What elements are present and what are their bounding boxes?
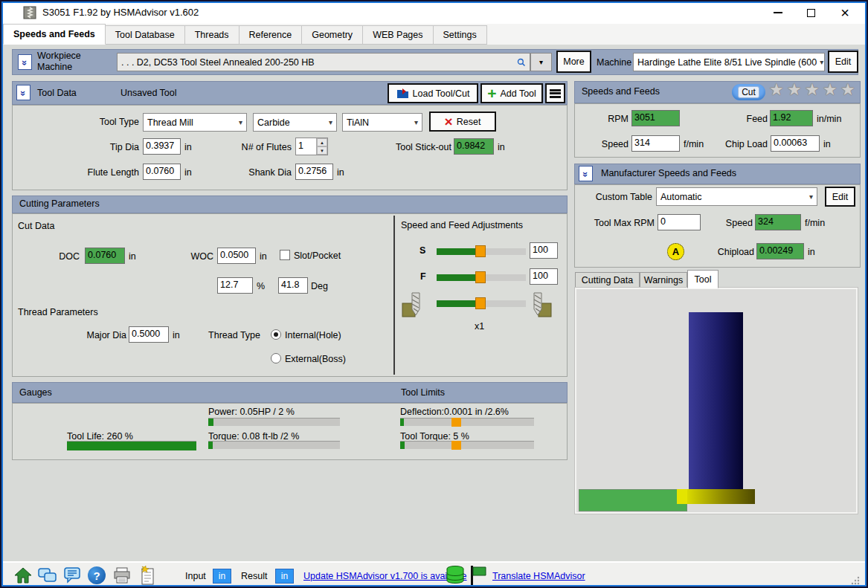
automatic-indicator[interactable]: A <box>667 243 684 260</box>
tool-shank-graphic <box>689 312 743 489</box>
rating-star-icon[interactable]: ★ <box>787 80 802 100</box>
home-icon[interactable] <box>14 566 32 584</box>
tab-warnings[interactable]: Warnings <box>640 272 687 288</box>
internal-hole-radio[interactable] <box>271 329 281 340</box>
database-icon[interactable] <box>445 565 466 586</box>
tool-type-combo[interactable]: Thread Mill▾ <box>143 113 247 132</box>
tab-threads[interactable]: Threads <box>185 25 239 45</box>
cut-data-label: Cut Data <box>18 221 54 231</box>
external-boss-radio[interactable] <box>271 353 281 364</box>
shank-dia-field[interactable]: 0.2756 <box>295 164 333 180</box>
collapse-workpiece-button[interactable]: » <box>18 54 32 70</box>
tab-tool[interactable]: Tool <box>687 270 718 288</box>
chevron-down-icon: ▾ <box>806 193 813 201</box>
rating-star-icon[interactable]: ★ <box>840 80 855 100</box>
collapse-manufacturer-button[interactable]: » <box>579 166 593 181</box>
manufacturer-title: Manufacturer Speeds and Feeds <box>601 168 736 178</box>
cutting-parameters-panel <box>12 213 568 377</box>
internal-hole-label: Internal(Hole) <box>285 330 341 340</box>
material-dropdown-button[interactable]: ▾ <box>530 53 552 71</box>
woc-field[interactable]: 0.0500 <box>217 248 256 264</box>
plus-icon: + <box>487 87 496 100</box>
tab-geometry[interactable]: Geometry <box>302 25 363 45</box>
tab-cutting-data[interactable]: Cutting Data <box>575 272 640 288</box>
tool-menu-button[interactable] <box>545 83 565 103</box>
add-tool-button[interactable]: + Add Tool <box>480 83 543 103</box>
speed-adjust-value[interactable]: 100 <box>530 242 558 259</box>
custom-table-edit-button[interactable]: Edit <box>825 187 855 207</box>
print-icon[interactable] <box>113 567 131 584</box>
deflection-gauge-label: Deflection:0.0001 in /2.6% <box>400 407 509 417</box>
feed-adjust-slider[interactable] <box>437 271 526 283</box>
custom-table-combo[interactable]: Automatic▾ <box>656 187 817 206</box>
new-document-icon[interactable] <box>138 566 155 585</box>
flag-icon[interactable] <box>469 565 487 586</box>
doc-field[interactable]: 0.0760 <box>85 248 125 264</box>
load-tool-cut-button[interactable]: Load Tool/Cut <box>388 83 478 103</box>
angle-field[interactable]: 41.8 <box>278 277 308 294</box>
external-boss-label: External(Boss) <box>285 354 346 364</box>
result-units-badge[interactable]: in <box>275 569 294 584</box>
gauges-header <box>12 382 568 403</box>
material-combo[interactable]: . . . D2, DC53 Tool Steel Annealed 200-2… <box>117 53 530 71</box>
mfr-chipload-unit: in <box>808 247 815 257</box>
more-button[interactable]: More <box>556 51 591 73</box>
reset-button[interactable]: × Reset <box>429 112 496 132</box>
search-icon[interactable] <box>514 56 526 68</box>
tool-max-rpm-label: Tool Max RPM <box>589 218 655 228</box>
stepper-up-icon[interactable]: ▲ <box>317 138 327 146</box>
speed-adjust-slider[interactable] <box>437 245 526 257</box>
engagement-slider[interactable] <box>437 297 526 309</box>
tip-dia-label: Tip Dia <box>65 142 139 152</box>
tab-speeds-and-feeds[interactable]: Speeds and Feeds <box>3 24 106 45</box>
rating-star-icon[interactable]: ★ <box>769 80 784 100</box>
chip-load-field[interactable]: 0.00063 <box>771 135 820 152</box>
tab-settings[interactable]: Settings <box>434 25 487 45</box>
flute-length-unit: in <box>184 167 192 178</box>
rating-star-icon[interactable]: ★ <box>805 80 820 100</box>
surface-speed-field[interactable]: 314 <box>631 135 680 152</box>
maximize-button[interactable] <box>799 1 823 24</box>
translate-link[interactable]: Translate HSMAdvisor <box>492 571 585 581</box>
slider-thumb[interactable] <box>475 245 486 257</box>
minimize-button[interactable] <box>766 1 790 24</box>
mfr-chipload-label: Chipload <box>708 247 754 257</box>
feedback-icon[interactable] <box>64 567 80 584</box>
mfr-chipload-field[interactable]: 0.00249 <box>756 243 804 259</box>
woc-percent-field[interactable]: 12.7 <box>217 277 253 294</box>
major-dia-field[interactable]: 0.5000 <box>129 326 169 343</box>
chat-icon[interactable] <box>38 567 57 584</box>
cut-toggle[interactable]: Cut <box>732 84 765 100</box>
slider-thumb[interactable] <box>475 271 486 283</box>
flutes-stepper[interactable]: 1 ▲▼ <box>295 138 328 155</box>
resize-grip[interactable] <box>851 576 860 585</box>
tab-reference[interactable]: Reference <box>239 25 303 45</box>
stepper-down-icon[interactable]: ▼ <box>317 146 327 155</box>
stickout-field[interactable]: 0.9842 <box>454 138 494 155</box>
update-link[interactable]: Update HSMAdvisor v1.700 is available <box>303 571 467 581</box>
feed-adjust-value[interactable]: 100 <box>530 268 558 285</box>
window-title: S3051 F1.92 by HSMAdvisor v1.602 <box>42 7 199 18</box>
tool-max-rpm-field[interactable]: 0 <box>658 214 701 230</box>
tool-material-combo[interactable]: Carbide▾ <box>253 113 337 132</box>
tab-web-pages[interactable]: WEB Pages <box>363 25 433 45</box>
tab-tool-database[interactable]: Tool Database <box>106 25 185 45</box>
machine-combo[interactable]: Hardinge Lathe Elite 8/51 Live Spindle (… <box>633 53 825 71</box>
machine-edit-button[interactable]: Edit <box>828 51 858 73</box>
feed-field[interactable]: 1.92 <box>770 110 813 126</box>
slot-pocket-checkbox[interactable] <box>280 250 290 260</box>
close-button[interactable]: × <box>832 1 858 24</box>
mfr-speed-field[interactable]: 324 <box>755 214 801 230</box>
slider-thumb[interactable] <box>475 297 486 309</box>
deflection-gauge-bar <box>400 418 534 426</box>
tool-coating-combo[interactable]: TiAlN▾ <box>342 113 422 132</box>
tip-dia-field[interactable]: 0.3937 <box>143 138 181 155</box>
tool-life-bar <box>67 441 196 450</box>
machine-combo-value: Hardinge Lathe Elite 8/51 Live Spindle (… <box>637 57 817 68</box>
rating-star-icon[interactable]: ★ <box>823 80 838 100</box>
input-units-badge[interactable]: in <box>213 569 231 584</box>
rpm-field[interactable]: 3051 <box>631 110 680 126</box>
flute-length-field[interactable]: 0.0760 <box>143 164 181 180</box>
collapse-tool-data-button[interactable]: » <box>16 85 30 100</box>
help-icon[interactable]: ? <box>88 566 106 584</box>
